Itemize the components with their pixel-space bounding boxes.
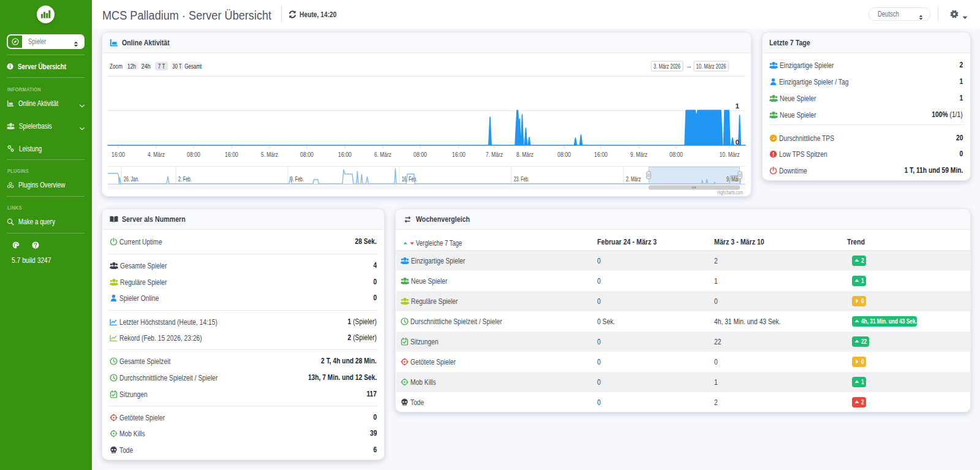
- svg-text:8. März: 8. März: [516, 151, 533, 158]
- svg-text:10. März 2026: 10. März 2026: [696, 63, 726, 70]
- svg-text:4. März: 4. März: [148, 151, 165, 158]
- svg-text:Zoom: Zoom: [110, 63, 123, 70]
- svg-text:Gesamt: Gesamt: [184, 63, 202, 70]
- svg-text:9. Feb.: 9. Feb.: [290, 176, 304, 183]
- svg-text:08:00: 08:00: [669, 151, 683, 158]
- svg-text:12h: 12h: [127, 63, 136, 70]
- svg-text:08:00: 08:00: [557, 151, 571, 158]
- svg-text:5. März: 5. März: [261, 151, 278, 158]
- svg-text:→: →: [686, 62, 693, 69]
- svg-text:Highcharts.com: Highcharts.com: [717, 189, 743, 195]
- svg-text:2. Feb.: 2. Feb.: [178, 176, 192, 183]
- svg-text:08:00: 08:00: [300, 151, 314, 158]
- svg-text:24h: 24h: [141, 63, 151, 70]
- svg-text:08:00: 08:00: [413, 151, 427, 158]
- svg-text:7. März: 7. März: [486, 151, 503, 158]
- svg-text:16:00: 16:00: [338, 151, 352, 158]
- svg-text:9. März: 9. März: [630, 151, 647, 158]
- svg-text:16:00: 16:00: [594, 151, 608, 158]
- svg-text:0: 0: [736, 138, 739, 146]
- svg-text:08:00: 08:00: [187, 151, 200, 158]
- svg-text:10. März: 10. März: [720, 151, 740, 158]
- svg-text:16:00: 16:00: [225, 151, 238, 158]
- svg-text:16:00: 16:00: [111, 151, 125, 158]
- svg-text:23. Feb.: 23. Feb.: [514, 176, 529, 183]
- svg-text:6. März: 6. März: [374, 151, 391, 158]
- svg-text:30 T: 30 T: [173, 63, 182, 70]
- svg-text:26. Jan.: 26. Jan.: [124, 176, 139, 183]
- svg-text:7 T: 7 T: [158, 63, 165, 70]
- svg-text:1: 1: [736, 102, 740, 110]
- svg-text:2. März: 2. März: [626, 176, 641, 183]
- svg-text:3. März 2026: 3. März 2026: [654, 63, 680, 70]
- svg-text:16:00: 16:00: [452, 151, 466, 158]
